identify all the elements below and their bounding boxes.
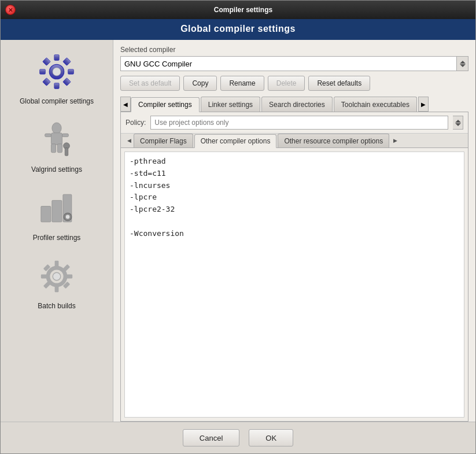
svg-rect-2 [54,55,59,61]
compiler-button-row: Set as default Copy Rename Delete Reset … [120,76,468,91]
svg-rect-26 [55,286,59,292]
selected-compiler-label: Selected compiler [120,46,468,54]
close-button[interactable]: ✕ [5,5,16,15]
ok-button[interactable]: OK [249,429,293,446]
header-bar: Global compiler settings [1,19,475,40]
tab-compiler-settings[interactable]: Compiler settings [131,97,200,112]
set-as-default-button[interactable]: Set as default [120,76,180,91]
tab-scroll-left[interactable]: ◀ [120,97,131,112]
svg-rect-25 [55,261,59,267]
sidebar-label-global: Global compiler settings [20,97,94,105]
main-content: Global compiler settings [1,40,475,422]
policy-select-arrow[interactable] [453,116,463,130]
dialog-title: Global compiler settings [180,24,296,34]
code-line-1: -pthread [130,156,459,168]
sidebar-item-global-compiler[interactable]: Global compiler settings [10,46,103,108]
code-line-7: -Wconversion [130,228,459,240]
bottom-bar: Cancel OK [1,422,475,453]
code-line-5: -lpcre2-32 [130,204,459,216]
svg-rect-8 [43,78,51,86]
batch-icon [34,253,80,300]
svg-rect-27 [41,275,47,279]
svg-point-22 [66,215,70,219]
svg-rect-9 [63,78,71,86]
arrow-up-icon [460,61,466,64]
svg-rect-13 [62,134,69,136]
svg-rect-3 [54,83,59,89]
window: ✕ Compiler settings Global compiler sett… [0,0,476,454]
main-tabs-bar: ◀ Compiler settings Linker settings Sear… [120,97,468,112]
arrow-down-icon [460,64,466,67]
svg-rect-11 [51,133,62,145]
svg-point-10 [52,123,61,134]
subtab-scroll-left[interactable]: ◀ [124,134,134,147]
svg-point-1 [53,68,61,76]
subtabs-container: Policy: ◀ Compiler Flags Other compiler … [120,112,468,422]
svg-rect-14 [51,144,56,153]
svg-rect-5 [68,69,74,74]
compiler-select[interactable]: GNU GCC Compiler [120,56,457,71]
delete-button[interactable]: Delete [268,76,305,91]
svg-rect-18 [41,206,51,222]
svg-rect-15 [57,144,62,153]
policy-label: Policy: [126,119,146,127]
copy-button[interactable]: Copy [183,76,217,91]
svg-rect-12 [45,134,51,136]
profiler-icon [34,185,80,231]
compiler-select-arrow[interactable] [457,56,468,71]
sidebar: Global compiler settings [1,40,113,422]
code-editor[interactable]: -pthread -std=c11 -lncurses -lpcre -lpcr… [124,152,464,418]
policy-input[interactable] [150,116,448,130]
sidebar-item-batch[interactable]: Batch builds [10,250,103,313]
right-panel: Selected compiler GNU GCC Compiler Set a… [113,40,475,422]
subtab-other-compiler-options[interactable]: Other compiler options [194,134,277,148]
policy-arrow-down-icon [455,123,461,126]
compiler-selector-row: GNU GCC Compiler [120,56,468,71]
subtabs-bar: ◀ Compiler Flags Other compiler options … [121,134,468,148]
highlighted-text: -Wconversion [130,229,184,238]
subtab-other-resource-options[interactable]: Other resource compiler options [278,134,389,147]
sidebar-item-valgrind[interactable]: Valgrind settings [10,114,103,176]
svg-rect-28 [66,275,72,279]
titlebar: ✕ Compiler settings [1,1,475,19]
tab-toolchain-executables[interactable]: Toolchain executables [334,97,417,112]
code-line-4: -lpcre [130,191,459,204]
gear-icon [34,49,80,95]
svg-point-24 [53,272,61,280]
svg-rect-6 [43,58,51,66]
sidebar-item-profiler[interactable]: Profiler settings [10,182,103,245]
policy-arrow-up-icon [455,120,461,123]
svg-rect-4 [40,69,46,74]
svg-rect-19 [52,200,62,222]
tab-scroll-right[interactable]: ▶ [418,97,429,112]
tab-linker-settings[interactable]: Linker settings [201,97,260,112]
sidebar-label-profiler: Profiler settings [33,234,81,242]
policy-row: Policy: [121,112,468,134]
sidebar-label-valgrind: Valgrind settings [31,165,82,174]
reset-defaults-button[interactable]: Reset defaults [308,76,370,91]
tab-search-directories[interactable]: Search directories [261,97,333,112]
svg-rect-17 [65,148,68,156]
titlebar-title: Compiler settings [16,6,471,14]
code-line-3: -lncurses [130,180,459,192]
subtab-scroll-right[interactable]: ▶ [390,134,400,147]
sidebar-label-batch: Batch builds [38,302,75,310]
cancel-button[interactable]: Cancel [183,429,239,446]
rename-button[interactable]: Rename [220,76,264,91]
code-line-6 [130,216,459,228]
code-line-2: -std=c11 [130,168,459,180]
valgrind-icon [34,117,80,163]
subtab-compiler-flags[interactable]: Compiler Flags [134,134,193,147]
svg-rect-7 [63,58,71,66]
